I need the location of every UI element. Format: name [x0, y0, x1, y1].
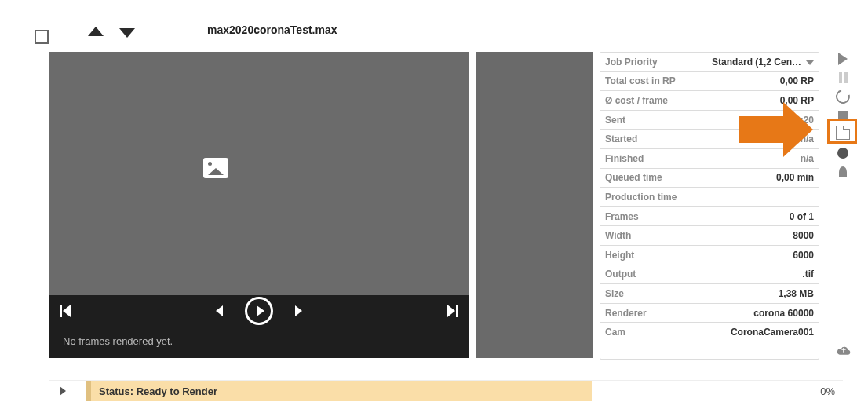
status-bar: Status: Ready to Render 0% [49, 380, 843, 401]
reload-button[interactable] [836, 90, 850, 104]
prev-frame-icon[interactable] [216, 305, 223, 316]
highlight-annotation [827, 119, 857, 144]
next-frame-icon[interactable] [295, 305, 302, 316]
info-row-output: Output.tif [600, 265, 819, 285]
info-row-height: Height6000 [600, 246, 819, 265]
preview-image-area [49, 52, 383, 284]
image-placeholder-icon [203, 158, 228, 178]
start-render-button[interactable] [836, 52, 850, 66]
play-icon [838, 53, 848, 65]
cloud-upload-icon [837, 344, 851, 355]
move-up-icon[interactable] [88, 27, 104, 36]
info-row-width: Width8000 [600, 226, 819, 246]
job-info-panel: Job Priority Standard (1,2 Cen… Total co… [600, 52, 819, 360]
info-row-production: Production time [600, 188, 819, 207]
user-button[interactable] [836, 146, 850, 160]
info-row-sent: Sent06.01.2021 09:20 [600, 111, 819, 130]
upload-button[interactable] [837, 344, 851, 358]
select-job-checkbox[interactable] [35, 30, 49, 44]
database-button[interactable] [836, 165, 850, 179]
player-bar: No frames rendered yet. [49, 295, 469, 358]
chevron-down-icon [806, 60, 814, 65]
preview-strip-right [385, 52, 469, 284]
priority-dropdown[interactable]: Standard (1,2 Cen… [712, 57, 814, 68]
info-row-avg-cost: Ø cost / frame0,00 RP [600, 91, 819, 111]
play-button[interactable] [245, 297, 273, 325]
info-row-priority: Job Priority Standard (1,2 Cen… [600, 53, 819, 72]
job-filename: max2020coronaTest.max [207, 24, 337, 36]
pause-render-button[interactable] [836, 71, 850, 85]
info-row-queued: Queued time0,00 min [600, 169, 819, 188]
skip-first-icon[interactable] [63, 305, 71, 317]
preview-strip-bottom [49, 286, 469, 295]
info-row-size: Size1,38 MB [600, 284, 819, 304]
info-row-cam: CamCoronaCamera001 [600, 323, 819, 342]
move-down-icon[interactable] [119, 28, 135, 38]
info-row-renderer: Renderercorona 60000 [600, 304, 819, 323]
info-row-total-cost: Total cost in RP0,00 RP [600, 72, 819, 92]
database-icon [839, 166, 847, 177]
user-icon [837, 148, 848, 159]
status-label: Status: Ready to Render [86, 381, 592, 401]
reload-icon [833, 87, 853, 107]
preview-thumbnail-panel [476, 52, 593, 358]
info-row-finished: Finishedn/a [600, 149, 819, 169]
info-row-frames: Frames0 of 1 [600, 207, 819, 227]
play-icon [257, 305, 264, 316]
player-status-text: No frames rendered yet. [49, 327, 469, 347]
pause-icon [839, 72, 848, 83]
skip-last-icon[interactable] [447, 305, 455, 317]
job-actions-sidebar [833, 52, 852, 179]
info-label: Job Priority [605, 57, 658, 68]
preview-panel [49, 52, 469, 295]
expand-status-icon[interactable] [60, 386, 66, 396]
progress-percent: 0% [820, 386, 835, 397]
info-row-started: Startedn/a [600, 130, 819, 149]
